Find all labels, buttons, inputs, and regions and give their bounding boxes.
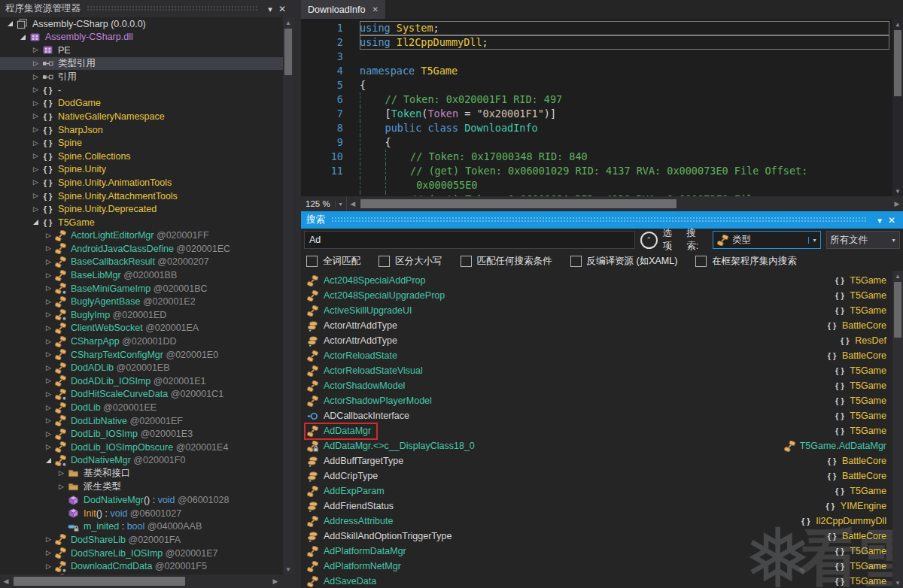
search-result-row[interactable]: AddBuffTargetType{ }BattleCore bbox=[301, 453, 903, 468]
tab-close-icon[interactable]: ✕ bbox=[372, 5, 378, 14]
tree-item[interactable]: ▷DodShareLib_IOSImp @020001E7 bbox=[0, 547, 293, 560]
tree-item[interactable]: ▷BaseMiniGameImp @020001BC bbox=[0, 282, 293, 296]
tree-item[interactable]: ▷{ }Spine.Unity bbox=[0, 163, 293, 177]
scroll-down-icon[interactable]: ▼ bbox=[892, 186, 903, 196]
editor-hscroll-thumb[interactable] bbox=[360, 199, 676, 208]
expander-icon[interactable]: ▷ bbox=[30, 179, 41, 186]
search-result-row[interactable]: AdSaveData{ }T5Game bbox=[301, 574, 903, 588]
tree-item[interactable]: ▷{ }Spine.Collections bbox=[0, 150, 293, 163]
checkbox-box[interactable] bbox=[306, 256, 318, 267]
expander-icon[interactable]: ▷ bbox=[43, 391, 54, 398]
search-option-checkbox-3[interactable]: 匹配任何搜索条件 bbox=[461, 255, 552, 268]
expander-icon[interactable]: ▷ bbox=[43, 365, 54, 371]
tree-item[interactable]: ▷ClientWebSocket @020001EA bbox=[0, 322, 293, 335]
search-result-row[interactable]: AddSkillAndOptionTriggerType{ }BattleCor… bbox=[301, 529, 903, 544]
code-line[interactable]: 10// Token: 0x17000348 RID: 840 bbox=[301, 150, 903, 164]
expander-icon[interactable]: ▷ bbox=[43, 299, 54, 305]
tree-item[interactable]: ▷{ }Spine.Unity.AttachmentTools bbox=[0, 189, 293, 203]
tree-item[interactable]: ▷BaseLibMgr @020001BB bbox=[0, 268, 293, 282]
expander-icon[interactable]: ▷ bbox=[43, 325, 54, 332]
expander-icon[interactable] bbox=[5, 21, 16, 26]
options-toggle-button[interactable]: ⌃ bbox=[640, 232, 658, 249]
code-line[interactable]: 6// Token: 0x020001F1 RID: 497 bbox=[301, 92, 903, 107]
code-line[interactable]: 9{ bbox=[301, 135, 903, 150]
panel-close-icon[interactable]: ✕ bbox=[886, 214, 898, 226]
tree-item[interactable]: ▷DodLib_IOSImp @020001E3 bbox=[0, 427, 293, 441]
expander-icon[interactable] bbox=[30, 220, 41, 225]
search-result-row[interactable]: ActorReloadStateVisual{ }T5Game bbox=[301, 363, 903, 378]
tree-vscroll-thumb[interactable] bbox=[284, 29, 292, 75]
tree-item[interactable]: ▷DodADLib_IOSImp @020001E1 bbox=[0, 374, 293, 388]
tree-item[interactable]: Assembly-CSharp.dll bbox=[0, 31, 293, 44]
tree-item[interactable]: Assembly-CSharp (0.0.0.0) bbox=[0, 17, 293, 31]
expander-icon[interactable]: ▷ bbox=[30, 60, 41, 67]
tree-item[interactable]: ▷DodLib_IOSImpObscure @020001E4 bbox=[0, 441, 293, 454]
code-line[interactable]: 5{ bbox=[301, 78, 903, 92]
search-result-row[interactable]: AdPlatformDataMgr{ }T5Game bbox=[301, 544, 903, 559]
search-result-row[interactable]: AddFriendStatus{ }YIMEngine bbox=[301, 499, 903, 514]
scroll-left-icon[interactable]: ◀ bbox=[347, 196, 359, 211]
search-result-row[interactable]: ActorReloadState{ }BattleCore bbox=[301, 348, 903, 363]
zoom-level-select[interactable]: 125 % ▾ bbox=[301, 196, 347, 211]
expander-icon[interactable]: ▷ bbox=[30, 113, 41, 120]
panel-menu-chevron-icon[interactable]: ▾ bbox=[264, 3, 276, 15]
search-type-combobox[interactable]: 类型 ▾ bbox=[713, 231, 821, 249]
search-result-row[interactable]: ActorAttrAddType{ }BattleCore bbox=[301, 318, 903, 333]
tree-item[interactable]: ▷{ }Spine.Unity.AnimationTools bbox=[0, 176, 293, 189]
code-line[interactable]: 8public class DownloadInfo bbox=[301, 121, 903, 135]
expander-icon[interactable]: ▷ bbox=[43, 405, 54, 411]
expander-icon[interactable]: ▷ bbox=[43, 417, 54, 424]
tree-item[interactable]: ▷CSharpTextConfigMgr @020001E0 bbox=[0, 348, 293, 362]
tree-item[interactable]: ▷BuglyAgentBase @020001E2 bbox=[0, 295, 293, 308]
search-result-row[interactable]: AdDataMgr.<>c__DisplayClass18_0T5Game.Ad… bbox=[301, 438, 903, 453]
code-line[interactable]: 4namespace T5Game bbox=[301, 64, 903, 78]
code-line[interactable]: 7[Token(Token = "0x20001F1")] bbox=[301, 107, 903, 121]
tree-hscroll-thumb[interactable] bbox=[14, 577, 185, 586]
search-result-row[interactable]: ActorAttrAddType{ }ResDef bbox=[301, 333, 903, 348]
search-result-row[interactable]: ActiveSkillUpgradeUI{ }T5Game bbox=[301, 303, 903, 318]
tree-item[interactable]: DodNativeMgr() : void @06001028 bbox=[0, 493, 293, 507]
results-vscroll-thumb[interactable] bbox=[894, 282, 901, 338]
search-option-checkbox-5[interactable]: 在框架程序集内搜索 bbox=[695, 255, 797, 268]
tree-item[interactable]: ▷引用 bbox=[0, 70, 293, 83]
search-option-checkbox-2[interactable]: 区分大小写 bbox=[379, 255, 442, 268]
code-line[interactable]: 0x000055E0 bbox=[301, 178, 903, 192]
search-result-row[interactable]: Act2048SpecialUpgradeProp{ }T5Game bbox=[301, 288, 903, 303]
expander-icon[interactable] bbox=[17, 35, 29, 40]
tree-item[interactable]: ▷DodHitScaleCurveData @020001C1 bbox=[0, 388, 293, 402]
search-result-row[interactable]: Act2048SpecialAddProp{ }T5Game bbox=[301, 273, 903, 288]
code-line[interactable]: 3 bbox=[301, 50, 903, 64]
expander-icon[interactable]: ▷ bbox=[30, 140, 41, 147]
search-result-row[interactable]: ActorShadowPlayerModel{ }T5Game bbox=[301, 393, 903, 408]
tree-item[interactable]: ▷{ }DodGame bbox=[0, 97, 293, 111]
scroll-right-icon[interactable]: ▶ bbox=[269, 574, 281, 588]
expander-icon[interactable]: ▷ bbox=[43, 338, 54, 345]
tree-item[interactable]: ▷类型引用 bbox=[0, 57, 293, 71]
expander-icon[interactable]: ▷ bbox=[43, 272, 54, 279]
tree-item[interactable]: Init() : void @06001027 bbox=[0, 507, 293, 520]
tree-item[interactable]: ▷{ }SharpJson bbox=[0, 123, 293, 137]
scroll-up-icon[interactable]: ▲ bbox=[892, 19, 903, 29]
code-line[interactable]: 11// (get) Token: 0x06001029 RID: 4137 R… bbox=[301, 164, 903, 178]
expander-icon[interactable]: ▷ bbox=[43, 232, 54, 239]
expander-icon[interactable]: ▷ bbox=[43, 245, 54, 252]
code-line[interactable]: 1using System; bbox=[301, 21, 903, 35]
tree-item[interactable]: ▷{ }Spine.Unity.Deprecated bbox=[0, 202, 293, 216]
search-result-row[interactable]: AdDataMgr{ }T5Game bbox=[301, 423, 903, 438]
expander-icon[interactable]: ▷ bbox=[43, 536, 54, 543]
search-result-row[interactable]: ActorShadowModel{ }T5Game bbox=[301, 378, 903, 393]
expander-icon[interactable]: ▷ bbox=[43, 563, 54, 570]
scroll-right-icon[interactable]: ▶ bbox=[891, 196, 903, 211]
tree-vertical-scrollbar[interactable]: ▲ ▼ bbox=[283, 17, 293, 574]
expander-icon[interactable]: ▷ bbox=[30, 126, 41, 133]
search-result-row[interactable]: AddressAttribute{ }Il2CppDummyDll bbox=[301, 514, 903, 529]
checkbox-box[interactable] bbox=[695, 256, 707, 267]
tree-item[interactable]: ▷{ }- bbox=[0, 83, 293, 97]
code-editor[interactable]: 1using System;2using Il2CppDummyDll;34na… bbox=[301, 19, 903, 196]
search-result-row[interactable]: AddCripType{ }BattleCore bbox=[301, 468, 903, 483]
search-input[interactable] bbox=[304, 231, 635, 249]
tree-item[interactable]: { }T5Game bbox=[0, 216, 293, 229]
expander-icon[interactable]: ▷ bbox=[43, 351, 54, 358]
expander-icon[interactable]: ▷ bbox=[30, 206, 41, 213]
scroll-down-icon[interactable]: ▼ bbox=[892, 577, 903, 588]
